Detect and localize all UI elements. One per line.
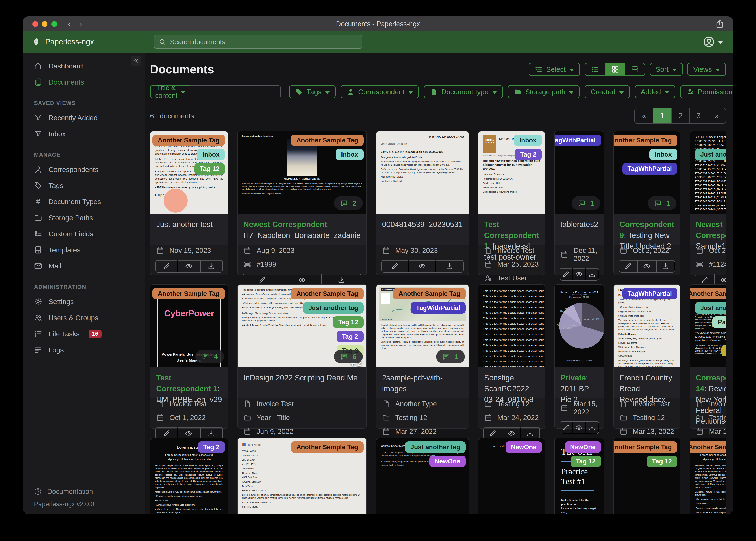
tag-badge[interactable]: Another Sample Tag: [291, 441, 363, 453]
document-thumbnail[interactable]: This is a testAnother Sample TagTag 12: [614, 438, 680, 514]
filter-storage-path-button[interactable]: Storage path: [508, 85, 580, 98]
page-2[interactable]: 2: [671, 108, 689, 124]
document-thumbnail[interactable]: French Country BreadFor the Leaven1 heap…: [614, 285, 680, 367]
view-detail-button[interactable]: [625, 63, 645, 75]
tag-badge[interactable]: Just another tag: [303, 302, 363, 313]
comment-count-badge[interactable]: 1: [572, 196, 600, 210]
page-first[interactable]: «: [635, 108, 653, 124]
sidebar-item-documents[interactable]: Documents: [23, 74, 145, 90]
sidebar-item-logs[interactable]: Logs: [23, 342, 145, 358]
preview-button[interactable]: [637, 260, 656, 272]
tag-badge[interactable]: Just another tag: [695, 149, 726, 160]
document-title[interactable]: tablerates2: [555, 214, 604, 245]
tag-badge[interactable]: Just another tag: [405, 441, 465, 453]
filter-tags-button[interactable]: Tags: [289, 85, 336, 98]
preview-button[interactable]: [409, 260, 436, 272]
zoom-window-button[interactable]: [51, 21, 57, 27]
tag-badge[interactable]: Another Sample Tag: [690, 288, 726, 299]
sidebar-item-document-types[interactable]: #Document Types: [23, 194, 145, 210]
tag-badge[interactable]: Another Sample Tag: [291, 288, 363, 299]
document-thumbnail[interactable]: Contact Sheet DemoGiven a set of image f…: [376, 438, 469, 514]
tag-badge[interactable]: Another Sample Tag: [690, 441, 726, 453]
comment-count-badge[interactable]: 1: [436, 350, 465, 363]
collapse-sidebar-button[interactable]: [131, 56, 141, 66]
documentation-link[interactable]: Documentation: [23, 484, 145, 499]
document-thumbnail[interactable]: Review of Arbitral Awards Shows Swift Re…: [690, 285, 726, 367]
select-button[interactable]: Select: [529, 63, 580, 76]
global-search[interactable]: [154, 35, 362, 49]
download-button[interactable]: [586, 422, 599, 434]
tag-badge[interactable]: Inbox: [649, 149, 677, 160]
document-thumbnail[interactable]: MEDICAL TEACHERMedical TeacherISSN: 0142…: [478, 131, 545, 214]
user-menu[interactable]: [703, 36, 723, 48]
document-title[interactable]: Newest Correspondent: Sample100.csv: [690, 214, 726, 245]
sidebar-item-inbox[interactable]: Inbox: [23, 126, 145, 142]
tag-badge[interactable]: Tag 12: [647, 456, 677, 467]
document-title[interactable]: 0004814539_20230531: [376, 214, 469, 245]
tag-badge[interactable]: TagWithPartial: [411, 302, 465, 313]
preview-button[interactable]: [178, 260, 200, 272]
tag-badge[interactable]: Tag 222: [721, 345, 726, 356]
document-title[interactable]: Sonstige ScanPC2022 03-24_081058: [478, 367, 545, 398]
tag-badge[interactable]: NewOne: [506, 441, 542, 453]
document-title[interactable]: Test Correspondent 1: UM_PPBE_en_v29: [150, 367, 228, 398]
views-button[interactable]: Views: [687, 63, 726, 76]
sidebar-item-file-tasks[interactable]: File Tasks16: [23, 326, 145, 342]
document-title[interactable]: French Country Bread Revised.docx: [614, 367, 680, 398]
sort-button[interactable]: Sort: [650, 63, 683, 76]
preview-button[interactable]: [573, 268, 586, 280]
tag-badge[interactable]: Another Sample Tag: [614, 441, 677, 453]
document-thumbnail[interactable]: CyberPowerPowerPanel® Business EditionUs…: [150, 285, 228, 367]
tag-badge[interactable]: Another Sample Tag: [393, 288, 465, 299]
tag-badge[interactable]: TagWithPartial: [622, 163, 677, 175]
tag-badge[interactable]: Another Sample Tag: [291, 135, 363, 146]
tag-badge[interactable]: TagWithPartial: [555, 135, 601, 146]
tag-badge[interactable]: Tag 2: [515, 149, 542, 160]
document-thumbnail[interactable]: ✳ BANK OF SCOTLANDBank of Scotland · 108…: [376, 131, 469, 214]
document-thumbnail[interactable]: one,1.0 five,5.0Another Sample TagInboxT…: [614, 131, 680, 214]
tag-badge[interactable]: Partial Tag: [712, 316, 726, 328]
document-title[interactable]: Correspondent 14: Review-of-New-York-Fed…: [690, 367, 726, 398]
document-thumbnail[interactable]: Lorem ipsumLorem ipsum dolor sit amet, c…: [150, 438, 228, 514]
document-title[interactable]: Test Correspondent 1: [paperless] test p…: [478, 214, 545, 245]
comment-count-badge[interactable]: 6: [334, 350, 363, 363]
edit-button[interactable]: [156, 260, 178, 272]
filter-correspondent-button[interactable]: Correspondent: [341, 85, 419, 98]
tag-badge[interactable]: Tag 12: [194, 163, 225, 175]
tag-badge[interactable]: Tag 2: [337, 331, 364, 342]
tag-badge[interactable]: Tag 12: [333, 316, 364, 328]
download-button[interactable]: [436, 260, 463, 272]
tag-badge[interactable]: Another Sample Tag: [152, 135, 225, 146]
sidebar-item-users-groups[interactable]: Users & Groups: [23, 310, 145, 326]
filter-created-button[interactable]: Created: [585, 85, 630, 98]
view-grid-button[interactable]: [605, 63, 625, 75]
page-3[interactable]: 3: [689, 108, 708, 124]
document-thumbnail[interactable]: Test Name123-456-7890January 2, 2022July…: [238, 438, 366, 514]
document-thumbnail[interactable]: Adobe Acrobat PDF FilesAdobe® Portable D…: [150, 131, 228, 214]
tag-badge[interactable]: Another Sample Tag: [152, 288, 225, 299]
sidebar-item-custom-fields[interactable]: Custom Fields: [23, 226, 145, 242]
page-1[interactable]: 1: [653, 108, 671, 124]
document-thumbnail[interactable]: Boundary Waters TripGoogle EarthCurabitu…: [376, 285, 469, 367]
document-thumbnail[interactable]: This is a multi page document. Page 1.Ne…: [478, 438, 545, 514]
sidebar-item-templates[interactable]: Templates: [23, 242, 145, 258]
sidebar-item-mail[interactable]: Mail: [23, 258, 145, 274]
sidebar-item-tags[interactable]: Tags: [23, 178, 145, 194]
document-title[interactable]: Correspondent 9: Testing New Title Updat…: [614, 214, 680, 245]
tag-badge[interactable]: Just another tag: [695, 302, 726, 313]
share-icon[interactable]: [715, 19, 724, 29]
document-thumbnail[interactable]: This document contains installation inst…: [238, 285, 366, 367]
edit-button[interactable]: [382, 260, 409, 272]
preview-button[interactable]: [573, 422, 586, 434]
comment-count-badge[interactable]: 1: [648, 196, 676, 210]
edit-button[interactable]: [560, 268, 573, 280]
filter-document-type-button[interactable]: Document type: [424, 85, 503, 98]
tag-badge[interactable]: Another Sample Tag: [614, 135, 677, 146]
comment-count-badge[interactable]: 4: [195, 350, 224, 363]
document-thumbnail[interactable]: Patient BP Distribution 2011Isolated Sys…: [555, 285, 604, 367]
tag-badge[interactable]: Tag 12: [571, 456, 601, 467]
tag-badge[interactable]: Tag 2: [198, 441, 225, 453]
tag-badge[interactable]: Inbox: [336, 149, 364, 160]
title-content-input[interactable]: [190, 85, 281, 98]
back-button[interactable]: ‹: [68, 19, 71, 29]
